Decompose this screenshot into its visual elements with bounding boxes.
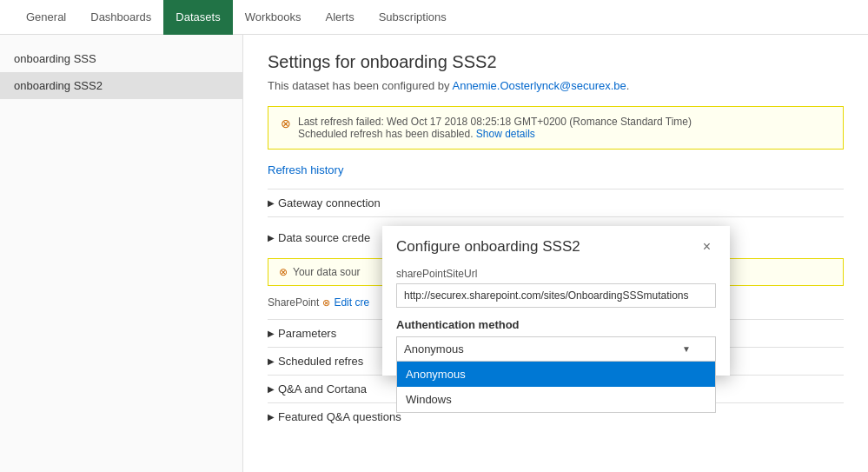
sidebar-item-onboarding-sss[interactable]: onboarding SSS xyxy=(0,45,242,72)
sharepoint-url-input[interactable] xyxy=(396,283,716,308)
auth-method-select-wrapper: Anonymous ▼ Anonymous Windows xyxy=(396,336,716,362)
auth-method-select[interactable]: Anonymous ▼ xyxy=(396,336,716,362)
modal-close-button[interactable]: × xyxy=(698,238,716,256)
refresh-history-link[interactable]: Refresh history xyxy=(268,163,343,176)
ds-warning-icon: ⊗ xyxy=(279,266,288,278)
show-details-link[interactable]: Show details xyxy=(476,128,535,140)
top-nav: General Dashboards Datasets Workbooks Al… xyxy=(0,0,868,35)
auth-method-selected-value: Anonymous xyxy=(404,342,464,356)
sharepoint-url-label: sharePointSiteUrl xyxy=(396,268,716,280)
auth-method-label: Authentication method xyxy=(396,318,716,331)
parameters-arrow-icon: ▶ xyxy=(268,329,275,338)
nav-item-general[interactable]: General xyxy=(14,0,78,35)
configured-by-text: This dataset has been configured by Anne… xyxy=(268,79,844,92)
configure-modal: Configure onboarding SSS2 × sharePointSi… xyxy=(382,226,730,376)
configured-by-email[interactable]: Annemie.Oosterlynck@securex.be xyxy=(452,79,626,92)
page-title: Settings for onboarding SSS2 xyxy=(268,52,844,72)
modal-header: Configure onboarding SSS2 × xyxy=(382,226,730,264)
dropdown-arrow-icon: ▼ xyxy=(682,344,691,354)
edit-credentials-link[interactable]: Edit cre xyxy=(334,296,369,309)
sidebar: onboarding SSS onboarding SSS2 xyxy=(0,35,243,472)
edit-icon: ⊗ xyxy=(322,297,330,309)
scheduled-refresh-arrow-icon: ▶ xyxy=(268,356,275,366)
nav-item-workbooks[interactable]: Workbooks xyxy=(233,0,314,35)
datasource-arrow-icon: ▶ xyxy=(268,233,275,243)
modal-title: Configure onboarding SSS2 xyxy=(396,238,580,256)
gateway-arrow-icon: ▶ xyxy=(268,198,275,208)
gateway-section-header[interactable]: ▶ Gateway connection xyxy=(268,189,844,216)
sidebar-item-onboarding-sss2[interactable]: onboarding SSS2 xyxy=(0,72,242,99)
featured-qna-arrow-icon: ▶ xyxy=(268,412,275,422)
nav-item-datasets[interactable]: Datasets xyxy=(163,0,232,35)
modal-body: sharePointSiteUrl Authentication method … xyxy=(382,264,730,376)
nav-item-subscriptions[interactable]: Subscriptions xyxy=(367,0,459,35)
auth-method-dropdown: Anonymous Windows xyxy=(396,362,716,413)
warning-icon: ⊗ xyxy=(281,116,291,130)
warning-text: Last refresh failed: Wed Oct 17 2018 08:… xyxy=(298,116,692,140)
refresh-warning-box: ⊗ Last refresh failed: Wed Oct 17 2018 0… xyxy=(268,106,844,150)
nav-item-dashboards[interactable]: Dashboards xyxy=(78,0,163,35)
auth-option-windows[interactable]: Windows xyxy=(397,387,715,412)
qna-arrow-icon: ▶ xyxy=(268,384,275,394)
auth-option-anonymous[interactable]: Anonymous xyxy=(397,362,715,387)
nav-item-alerts[interactable]: Alerts xyxy=(313,0,366,35)
